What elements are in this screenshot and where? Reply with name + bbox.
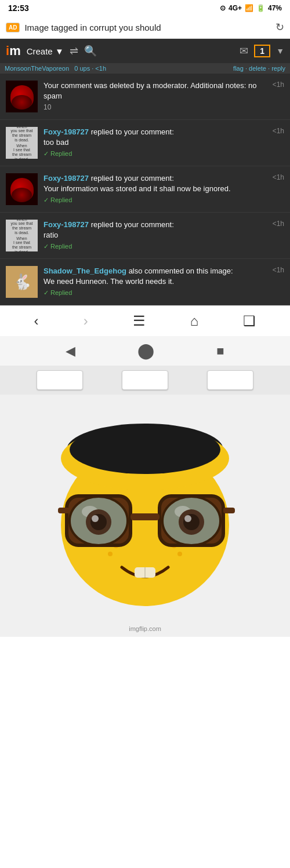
svg-point-2 <box>108 552 113 556</box>
menu-icon[interactable]: ☰ <box>133 313 146 329</box>
svg-rect-10 <box>130 513 160 520</box>
home-icon[interactable]: ⌂ <box>190 313 199 329</box>
notification-thumbnail <box>6 173 38 205</box>
tab-icon[interactable]: ❑ <box>243 313 256 329</box>
svg-rect-12 <box>223 508 235 513</box>
thumbnail-meme: Whenyou see thatthe streamis dead. WhenI… <box>6 127 38 159</box>
notification-time: <1h <box>273 220 284 228</box>
replied-badge: ✓ Replied <box>44 196 267 204</box>
notification-thumbnail: Whenyou see thatthe streamis dead. WhenI… <box>6 220 38 251</box>
notification-content: Foxy-198727 replied to your comment: too… <box>44 127 267 158</box>
strip-actions[interactable]: flag · delete · reply <box>233 65 285 72</box>
notification-text: Your comment was deleted by a moderator.… <box>44 81 267 101</box>
notification-text: Foxy-198727 replied to your comment: <box>44 220 267 230</box>
notification-text: Shadow_The_Edgehog also commented on thi… <box>44 266 267 276</box>
replied-badge: ✓ Replied <box>44 150 267 158</box>
notification-time: <1h <box>273 266 284 274</box>
battery-icon: 🔋 <box>256 4 265 12</box>
comment-text: ratio <box>44 230 267 240</box>
username[interactable]: Shadow_The_Edgehog <box>44 267 126 275</box>
notification-item: Your comment was deleted by a moderator.… <box>0 74 290 120</box>
keyboard-area <box>0 366 290 395</box>
status-bar: 12:53 ⊙ 4G+ 📶 🔋 47% <box>0 0 290 16</box>
system-home-icon[interactable]: ⬤ <box>137 342 154 360</box>
back-icon[interactable]: ‹ <box>34 313 39 329</box>
notification-content: Your comment was deleted by a moderator.… <box>44 81 267 111</box>
svg-rect-11 <box>58 508 70 513</box>
thumbnail-red <box>6 81 38 112</box>
replied-badge: ✓ Replied <box>44 289 267 297</box>
app-logo: im <box>6 43 21 59</box>
notification-text: Foxy-198727 replied to your comment: <box>44 173 267 184</box>
system-recent-icon[interactable]: ■ <box>216 344 224 359</box>
thumb-shape-2 <box>12 188 32 202</box>
comment-text: We need Hunneon. The world needs it. <box>44 276 267 287</box>
mail-icon[interactable]: ✉ <box>240 45 248 57</box>
nerd-emoji-svg <box>52 412 238 609</box>
notification-strip: MonsoonTheVaporeon 0 ups · <1h flag · de… <box>0 63 290 74</box>
system-nav: ◀ ⬤ ■ <box>0 336 290 366</box>
create-label: Create ▼ <box>27 46 64 56</box>
status-right: ⊙ 4G+ 📶 🔋 47% <box>220 4 282 12</box>
notification-item: Foxy-198727 replied to your comment: You… <box>0 166 290 213</box>
browser-nav-bar: ‹ › ☰ ⌂ ❑ <box>0 305 290 336</box>
ad-text[interactable]: Image tagged in corrupt you should <box>24 23 271 32</box>
notification-thumbnail: 🐇 <box>6 266 38 298</box>
notification-item: 🐇 Shadow_The_Edgehog also commented on t… <box>0 259 290 305</box>
ad-badge: AD <box>6 23 20 32</box>
reload-icon[interactable]: ↻ <box>276 21 284 34</box>
username[interactable]: Foxy-198727 <box>44 220 89 229</box>
notification-content: Shadow_The_Edgehog also commented on thi… <box>44 266 267 297</box>
notification-time: <1h <box>273 127 284 135</box>
emoji-section <box>0 395 290 621</box>
ad-bar: AD Image tagged in corrupt you should ↻ <box>0 16 290 39</box>
network-icon: ⊙ <box>220 4 226 12</box>
create-button[interactable]: Create ▼ <box>27 46 64 56</box>
thumbnail-meme: Whenyou see thatthe streamis dead. WhenI… <box>6 220 38 251</box>
network-type: 4G+ <box>229 4 242 12</box>
app-header: im Create ▼ ⇌ 🔍 ✉ 1 ▼ <box>0 39 290 63</box>
comment-text: too bad <box>44 137 267 148</box>
thumbnail-animal: 🐇 <box>6 266 38 298</box>
notification-thumbnail <box>6 81 38 112</box>
comment-text: Your information was stored and it shall… <box>44 184 267 194</box>
thumb-shape-2 <box>12 95 32 110</box>
svg-point-4 <box>177 552 182 556</box>
signal-icon: 📶 <box>245 4 253 12</box>
svg-point-23 <box>92 515 99 522</box>
strip-username: MonsoonTheVaporeon 0 ups · <1h <box>5 65 106 72</box>
status-time: 12:53 <box>8 3 29 13</box>
notification-content: Foxy-198727 replied to your comment: rat… <box>44 220 267 250</box>
notification-item: Whenyou see thatthe streamis dead. WhenI… <box>0 120 290 166</box>
notification-badge[interactable]: 1 <box>254 45 270 57</box>
thumbnail-red <box>6 173 38 205</box>
username[interactable]: Foxy-198727 <box>44 127 89 136</box>
username[interactable]: Foxy-198727 <box>44 174 89 183</box>
notification-time: <1h <box>273 173 284 181</box>
notification-text: Foxy-198727 replied to your comment: <box>44 127 267 137</box>
dropdown-icon[interactable]: ▼ <box>276 46 284 56</box>
notification-thumbnail: Whenyou see thatthe streamis dead. WhenI… <box>6 127 38 159</box>
forward-icon[interactable]: › <box>84 313 88 329</box>
key-button[interactable] <box>122 370 168 390</box>
battery-level: 47% <box>268 4 282 12</box>
footer-text: imgflip.com <box>129 625 161 632</box>
svg-point-24 <box>184 515 191 522</box>
notifications-list: Your comment was deleted by a moderator.… <box>0 74 290 305</box>
key-button[interactable] <box>207 370 253 390</box>
shuffle-icon[interactable]: ⇌ <box>70 45 78 57</box>
search-icon[interactable]: 🔍 <box>84 45 97 57</box>
system-back-icon[interactable]: ◀ <box>66 344 75 359</box>
key-button[interactable] <box>37 370 83 390</box>
notification-count: 10 <box>44 103 267 111</box>
notification-item: Whenyou see thatthe streamis dead. WhenI… <box>0 213 290 259</box>
notification-content: Foxy-198727 replied to your comment: You… <box>44 173 267 204</box>
replied-badge: ✓ Replied <box>44 243 267 250</box>
svg-point-7 <box>70 425 220 474</box>
footer: imgflip.com <box>0 621 290 637</box>
notification-time: <1h <box>273 81 284 89</box>
